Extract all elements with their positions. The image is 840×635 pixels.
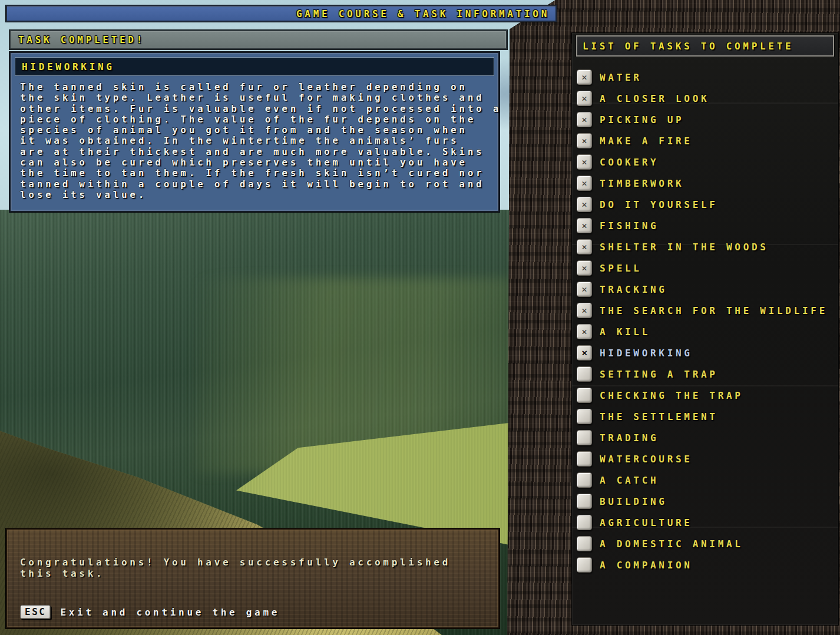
- task-checkbox[interactable]: ✕: [577, 303, 592, 318]
- checkbox-x-icon: ✕: [581, 179, 587, 188]
- task-label: TRADING: [600, 432, 659, 444]
- congrats-panel: Congratulations! You have successfully a…: [6, 528, 500, 629]
- task-checkbox[interactable]: ✕: [577, 133, 592, 148]
- task-row-a-companion: A COMPANION: [572, 554, 838, 576]
- checkbox-x-icon: ✕: [581, 285, 587, 294]
- task-row-agriculture: AGRICULTURE: [572, 512, 838, 533]
- task-row-picking-up: ✕ PICKING UP: [572, 109, 838, 130]
- tasks-panel: LIST OF TASKS TO COMPLETE ✕ WATER ✕ A CL…: [571, 32, 839, 626]
- task-checkbox[interactable]: ✕: [577, 345, 592, 361]
- checkbox-x-icon: ✕: [581, 306, 587, 315]
- completed-banner-label: TASK COMPLETED!: [18, 34, 145, 45]
- checkbox-x-icon: ✕: [581, 348, 587, 358]
- task-label: WATER: [600, 72, 642, 83]
- task-checkbox[interactable]: [577, 472, 592, 488]
- task-row-a-domestic-animal: A DOMESTIC ANIMAL: [572, 533, 838, 554]
- task-checkbox[interactable]: [577, 515, 592, 530]
- checkbox-x-icon: ✕: [581, 94, 587, 103]
- tasks-header-label: LIST OF TASKS TO COMPLETE: [583, 41, 793, 52]
- task-checkbox[interactable]: ✕: [577, 91, 592, 106]
- task-row-a-kill: ✕ A KILL: [572, 321, 838, 342]
- title-bar-label: GAME COURSE & TASK INFORMATION: [296, 8, 550, 19]
- task-label: A COMPANION: [600, 560, 693, 571]
- task-info-panel: HIDEWORKING The tanned skin is called fu…: [9, 52, 500, 212]
- task-row-tracking: ✕ TRACKING: [572, 279, 838, 300]
- task-checkbox[interactable]: ✕: [577, 154, 592, 170]
- task-checkbox[interactable]: ✕: [577, 324, 592, 339]
- checkbox-x-icon: ✕: [581, 221, 587, 230]
- task-row-water: ✕ WATER: [572, 67, 838, 88]
- task-checkbox[interactable]: ✕: [577, 260, 592, 276]
- task-row-the-search-for-the-wildlife: ✕ THE SEARCH FOR THE WILDLIFE: [572, 300, 838, 321]
- task-row-a-catch: A CATCH: [572, 469, 838, 491]
- task-label: TIMBERWORK: [600, 178, 684, 189]
- title-bar: GAME COURSE & TASK INFORMATION: [6, 5, 557, 22]
- task-checkbox[interactable]: ✕: [577, 282, 592, 297]
- task-row-hideworking: ✕ HIDEWORKING: [572, 342, 838, 363]
- task-row-do-it-yourself: ✕ DO IT YOURSELF: [572, 194, 838, 215]
- task-label: A KILL: [600, 326, 650, 338]
- task-checkbox[interactable]: ✕: [577, 176, 592, 191]
- task-label: DO IT YOURSELF: [600, 199, 718, 210]
- task-info-body: The tanned skin is called fur or leather…: [20, 82, 501, 200]
- task-info-title: HIDEWORKING: [22, 61, 115, 72]
- task-label: MAKE A FIRE: [600, 135, 693, 147]
- esc-action-label: Exit and continue the game: [60, 607, 280, 618]
- task-label: AGRICULTURE: [600, 517, 693, 528]
- task-row-a-closer-look: ✕ A CLOSER LOOK: [572, 88, 838, 109]
- checkbox-x-icon: ✕: [581, 158, 587, 167]
- congrats-message: Congratulations! You have successfully a…: [20, 557, 451, 579]
- task-label: COOKERY: [600, 157, 659, 168]
- task-row-cookery: ✕ COOKERY: [572, 151, 838, 173]
- task-row-checking-the-trap: CHECKING THE TRAP: [572, 385, 838, 406]
- task-label: SHELTER IN THE WOODS: [600, 242, 769, 253]
- task-label: HIDEWORKING: [600, 348, 693, 359]
- task-label: FISHING: [600, 220, 659, 231]
- task-label: BUILDING: [600, 496, 667, 507]
- task-row-the-settlement: THE SETTLEMENT: [572, 406, 838, 427]
- task-checkbox[interactable]: [577, 409, 592, 424]
- task-checkbox[interactable]: [577, 366, 592, 382]
- task-label: A CLOSER LOOK: [600, 93, 709, 104]
- task-checkbox[interactable]: ✕: [577, 218, 592, 233]
- task-label: WATERCOURSE: [600, 454, 693, 465]
- task-checkbox[interactable]: [577, 536, 592, 551]
- checkbox-x-icon: ✕: [581, 264, 587, 273]
- task-row-trading: TRADING: [572, 427, 838, 448]
- task-checkbox[interactable]: [577, 451, 592, 467]
- task-checkbox[interactable]: ✕: [577, 112, 592, 127]
- task-label: THE SEARCH FOR THE WILDLIFE: [600, 305, 828, 316]
- task-checkbox[interactable]: [577, 494, 592, 509]
- checkbox-x-icon: ✕: [581, 243, 587, 252]
- task-label: A DOMESTIC ANIMAL: [600, 538, 743, 550]
- task-info-header: HIDEWORKING: [15, 57, 494, 76]
- task-list: ✕ WATER ✕ A CLOSER LOOK ✕ PICKING UP ✕ M…: [572, 67, 838, 576]
- task-checkbox[interactable]: ✕: [577, 197, 592, 212]
- task-label: CHECKING THE TRAP: [600, 390, 743, 401]
- esc-row: ESC Exit and continue the game: [20, 605, 280, 619]
- task-checkbox[interactable]: [577, 388, 592, 403]
- task-row-building: BUILDING: [572, 491, 838, 512]
- checkbox-x-icon: ✕: [581, 137, 587, 145]
- task-label: TRACKING: [600, 284, 667, 295]
- task-checkbox[interactable]: ✕: [577, 70, 592, 85]
- checkbox-x-icon: ✕: [581, 328, 587, 336]
- tasks-header: LIST OF TASKS TO COMPLETE: [576, 35, 834, 57]
- task-checkbox[interactable]: [577, 557, 592, 573]
- task-label: A CATCH: [600, 475, 659, 486]
- task-row-spell: ✕ SPELL: [572, 257, 838, 279]
- task-row-make-a-fire: ✕ MAKE A FIRE: [572, 130, 838, 151]
- task-checkbox[interactable]: ✕: [577, 239, 592, 254]
- esc-key-button[interactable]: ESC: [20, 605, 51, 619]
- checkbox-x-icon: ✕: [581, 200, 587, 209]
- completed-banner: TASK COMPLETED!: [9, 30, 507, 49]
- task-checkbox[interactable]: [577, 430, 592, 445]
- task-label: THE SETTLEMENT: [600, 411, 718, 422]
- task-label: PICKING UP: [600, 114, 684, 125]
- task-row-shelter-in-the-woods: ✕ SHELTER IN THE WOODS: [572, 236, 838, 257]
- task-label: SETTING A TRAP: [600, 369, 718, 380]
- task-label: SPELL: [600, 263, 642, 274]
- task-row-timberwork: ✕ TIMBERWORK: [572, 173, 838, 194]
- checkbox-x-icon: ✕: [581, 115, 587, 124]
- checkbox-x-icon: ✕: [581, 73, 587, 82]
